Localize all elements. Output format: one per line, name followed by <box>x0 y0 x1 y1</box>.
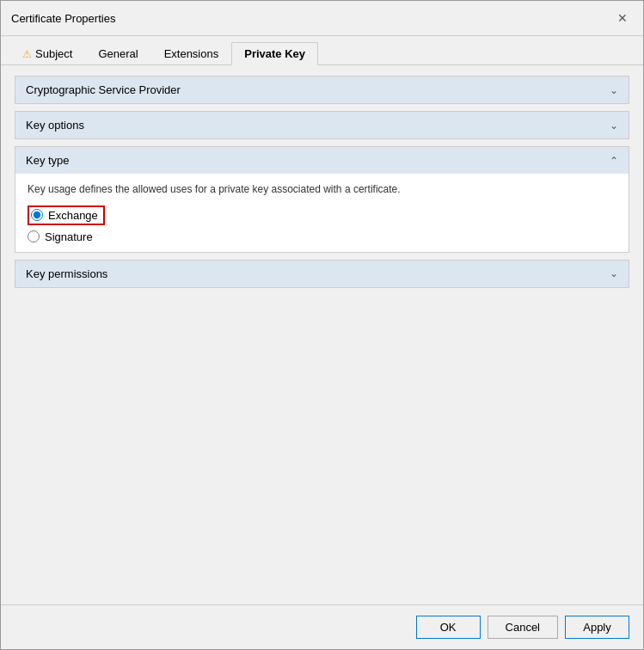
section-key-type-body: Key usage defines the allowed uses for a… <box>15 174 629 252</box>
chevron-key-options-icon: ⌄ <box>610 120 618 132</box>
apply-button[interactable]: Apply <box>565 616 629 639</box>
tab-extensions[interactable]: Extensions <box>151 42 232 65</box>
tab-private-key[interactable]: Private Key <box>231 42 318 65</box>
exchange-highlight-box: Exchange <box>28 205 105 225</box>
radio-exchange-label: Exchange <box>48 209 98 222</box>
dialog-title: Certificate Properties <box>11 12 115 25</box>
tab-extensions-label: Extensions <box>164 47 219 60</box>
tab-content: Cryptographic Service Provider ⌄ Key opt… <box>1 65 643 604</box>
section-key-permissions-label: Key permissions <box>26 267 107 280</box>
section-csp-header[interactable]: Cryptographic Service Provider ⌄ <box>15 77 629 103</box>
title-bar: Certificate Properties ✕ <box>1 1 643 36</box>
section-key-options-header[interactable]: Key options ⌄ <box>15 112 629 138</box>
chevron-key-type-icon: ⌃ <box>610 155 618 167</box>
ok-button[interactable]: OK <box>416 616 481 639</box>
chevron-key-permissions-icon: ⌄ <box>610 267 618 279</box>
key-type-description: Key usage defines the allowed uses for a… <box>28 182 616 197</box>
cancel-button[interactable]: Cancel <box>488 616 558 639</box>
chevron-csp-icon: ⌄ <box>610 84 618 96</box>
section-csp-label: Cryptographic Service Provider <box>26 83 181 96</box>
radio-item-exchange[interactable]: Exchange <box>28 205 616 225</box>
section-key-type-header[interactable]: Key type ⌃ <box>15 147 629 174</box>
dialog-footer: OK Cancel Apply <box>1 604 643 649</box>
key-type-radio-group: Exchange Signature <box>28 205 616 243</box>
tab-bar: ⚠ Subject General Extensions Private Key <box>1 36 643 65</box>
tab-subject-label: Subject <box>35 47 72 60</box>
certificate-properties-dialog: Certificate Properties ✕ ⚠ Subject Gener… <box>0 0 644 650</box>
radio-exchange[interactable] <box>31 209 43 221</box>
radio-signature[interactable] <box>28 230 40 242</box>
tab-general[interactable]: General <box>85 42 150 65</box>
tab-general-label: General <box>98 47 138 60</box>
tab-private-key-label: Private Key <box>244 47 305 60</box>
section-csp: Cryptographic Service Provider ⌄ <box>15 76 629 104</box>
warning-icon: ⚠ <box>22 48 32 60</box>
section-key-options: Key options ⌄ <box>15 111 629 139</box>
radio-item-signature[interactable]: Signature <box>28 230 616 243</box>
section-key-type-label: Key type <box>26 154 70 167</box>
section-key-type: Key type ⌃ Key usage defines the allowed… <box>15 146 629 253</box>
radio-signature-label: Signature <box>45 230 93 243</box>
section-key-permissions-header[interactable]: Key permissions ⌄ <box>15 261 629 287</box>
section-key-permissions: Key permissions ⌄ <box>15 260 629 288</box>
section-key-options-label: Key options <box>26 119 84 132</box>
tab-subject[interactable]: ⚠ Subject <box>9 42 85 65</box>
close-button[interactable]: ✕ <box>612 8 633 28</box>
